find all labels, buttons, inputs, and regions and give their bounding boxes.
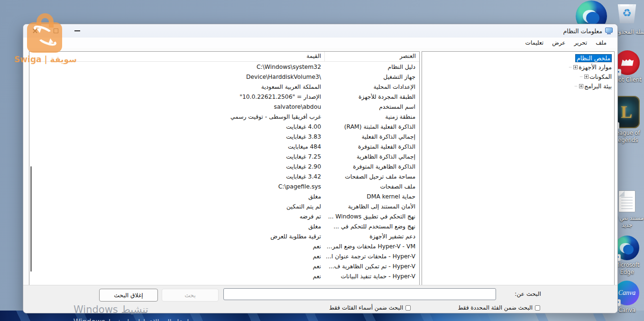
menu-item[interactable]: عرض (548, 39, 570, 46)
close-button[interactable] (32, 28, 38, 34)
row-item: نهج وضع المستخدم للتحكم في ... (324, 223, 419, 230)
table-row[interactable]: الذاكرة الفعلية المتوفرة ‎484 ميغابايت (29, 142, 419, 151)
table-row[interactable]: ملف الصفحات C:\pagefile.sys (29, 181, 419, 191)
row-value: ترقية مطلوبة للعرض (29, 233, 324, 240)
close-find-button[interactable]: إغلاق البحث (99, 289, 158, 302)
row-item: جهاز التشغيل (324, 74, 419, 80)
maximize-button[interactable] (54, 28, 58, 33)
table-row[interactable]: Hyper-V - تم تمكين الظاهرية ف... نعم (29, 261, 419, 271)
table-row[interactable]: نهج التحكم في تطبيق Windows ... تم فرضه (29, 211, 419, 221)
column-header-value[interactable]: القيمة (29, 52, 324, 61)
menubar: ملفتحريرعرضتعليمات (23, 38, 617, 48)
row-value: ‎4.00 غيغابايت (29, 123, 324, 130)
table-row[interactable]: إجمالي الذاكرة الفعلية ‎3.83 غيغابايت (29, 132, 419, 142)
recycle-bin-icon: ♻ (617, 4, 637, 23)
find-what-label: البحث عن: (515, 291, 541, 297)
row-item: نهج التحكم في تطبيق Windows ... (324, 213, 419, 220)
row-value: نعم (29, 243, 324, 250)
menu-item[interactable]: تحرير (570, 39, 592, 46)
table-row[interactable]: مساحة ملف ترحيل الصفحات ‎3.42 غيغابايت (29, 171, 419, 181)
tree-item[interactable]: المكونات (424, 72, 612, 81)
row-value: C:\Windows\system32 (29, 64, 324, 70)
expand-plus-icon[interactable] (579, 84, 583, 88)
table-row[interactable]: جهاز التشغيل \Device\HarddiskVolume3 (29, 72, 419, 82)
row-value: ‎484 ميغابايت (29, 143, 324, 150)
row-item: إجمالي الذاكرة الظاهرية (324, 153, 419, 160)
row-value: salvatore\abdou (29, 104, 324, 110)
row-item: اسم المستخدم (324, 104, 419, 110)
row-item: منطقة زمنية (324, 113, 419, 120)
table-row[interactable]: اسم المستخدم salvatore\abdou (29, 102, 419, 112)
row-item: دعم تشفير الأجهزة (324, 233, 419, 240)
table-row[interactable]: الطبقة المجردة للأجهزة الإصدار = "10.0.2… (29, 92, 419, 102)
table-row[interactable]: منطقة زمنية غرب أفريقيا الوسطى - توقيت ر… (29, 112, 419, 122)
table-row[interactable]: حماية DMA kernel مغلق (29, 191, 419, 201)
minimize-button[interactable] (74, 30, 80, 31)
vertical-scrollbar-thumb[interactable] (30, 166, 32, 272)
table-row[interactable]: الإعدادات المحلية المملكة العربية السعود… (29, 82, 419, 92)
table-row[interactable]: دليل النظام C:\Windows\system32 (29, 62, 419, 72)
menu-item[interactable]: تعليمات (521, 39, 548, 46)
row-value: ‎2.90 غيغابايت (29, 163, 324, 170)
row-value: نعم (29, 273, 324, 280)
checkbox-icon[interactable] (535, 305, 540, 311)
row-item: الطبقة المجردة للأجهزة (324, 94, 419, 100)
row-item: الإعدادات المحلية (324, 84, 419, 90)
checkbox-selected-category[interactable]: البحث ضمن الفئة المحددة فقط (458, 304, 540, 311)
find-input[interactable] (223, 288, 496, 300)
row-value: لم يتم التمكين (29, 203, 324, 210)
table-row[interactable]: الذاكرة الظاهرية المتوفرة ‎2.90 غيغابايت (29, 161, 419, 171)
text-document-icon (618, 190, 635, 212)
checkbox-label: البحث ضمن الفئة المحددة فقط (458, 304, 533, 311)
table-row[interactable]: Hyper-V - ملحقات ترجمة عنوان ا... نعم (29, 251, 419, 261)
row-value: غرب أفريقيا الوسطى - توقيت رسمي (29, 113, 324, 120)
row-item: مساحة ملف ترحيل الصفحات (324, 173, 419, 180)
find-bar: البحث عن: بحث إغلاق البحث البحث ضمن الفئ… (23, 285, 617, 313)
expand-plus-icon[interactable] (584, 75, 589, 79)
checkbox-icon[interactable] (405, 305, 411, 311)
row-item: Hyper-V - حماية تنفيذ البيانات (324, 273, 419, 280)
window-title: معلومات النظام (563, 28, 602, 35)
row-value: مغلق (29, 193, 324, 200)
desktop: { "window": { "title": "معلومات النظام",… (0, 0, 644, 321)
tree-item[interactable]: بيئة البرامج (424, 81, 612, 91)
menu-item[interactable]: ملف (591, 39, 611, 46)
find-button[interactable]: بحث (162, 289, 219, 302)
list-body: دليل النظام C:\Windows\system32 جهاز الت… (29, 62, 419, 281)
row-value: المملكة العربية السعودية (29, 84, 324, 90)
row-item: حماية DMA kernel (324, 193, 419, 200)
expand-plus-icon[interactable] (573, 65, 578, 69)
row-value: \Device\HarddiskVolume3 (29, 74, 324, 80)
table-row[interactable]: إجمالي الذاكرة الظاهرية ‎7.25 غيغابايت (29, 151, 419, 161)
checkbox-label: البحث ضمن أسماء الفئات فقط (329, 304, 403, 311)
table-row[interactable]: Hyper-V - حماية تنفيذ البيانات نعم (29, 271, 419, 281)
table-row[interactable]: الذاكرة الفعلية المثبتة (RAM) ‎4.00 غيغا… (29, 122, 419, 132)
row-value: نعم (29, 253, 324, 260)
row-value: الإصدار = "10.0.22621.2506" (29, 94, 324, 100)
row-item: دليل النظام (324, 64, 419, 70)
row-item: الذاكرة الظاهرية المتوفرة (324, 163, 419, 170)
row-value: تم فرضه (29, 213, 324, 220)
row-item: Hyper-V - VM ملحقات وضع المر... (324, 243, 419, 250)
details-list-panel: العنصر القيمة دليل النظام C:\Windows\sys… (29, 51, 420, 286)
table-row[interactable]: الأمان المستند إلى الظاهرية لم يتم التمك… (29, 201, 419, 211)
row-value: ‎3.42 غيغابايت (29, 173, 324, 180)
tree-item-system-summary[interactable]: ملخص النظام (575, 54, 612, 62)
checkbox-category-names[interactable]: البحث ضمن أسماء الفئات فقط (329, 304, 411, 311)
row-item: الأمان المستند إلى الظاهرية (324, 203, 419, 210)
msinfo-app-icon (605, 28, 613, 34)
table-row[interactable]: نهج وضع المستخدم للتحكم في ... مغلق (29, 221, 419, 231)
titlebar: معلومات النظام (23, 24, 617, 38)
row-item: Hyper-V - تم تمكين الظاهرية ف... (324, 263, 419, 270)
row-item: الذاكرة الفعلية المتوفرة (324, 143, 419, 150)
system-info-window: معلومات النظام ملفتحريرعرضتعليمات ملخص ا… (23, 24, 618, 313)
tree-item[interactable]: موارد الأجهزة (424, 62, 612, 72)
row-item: إجمالي الذاكرة الفعلية (324, 133, 419, 140)
tree-children: موارد الأجهزة المكونات بيئة البرامج (424, 62, 612, 91)
column-header-item[interactable]: العنصر (324, 52, 419, 61)
recycle-symbol-icon: ♻ (622, 7, 632, 19)
row-item: الذاكرة الفعلية المثبتة (RAM) (324, 123, 419, 130)
table-row[interactable]: Hyper-V - VM ملحقات وضع المر... نعم (29, 241, 419, 251)
table-row[interactable]: دعم تشفير الأجهزة ترقية مطلوبة للعرض (29, 231, 419, 241)
row-value: نعم (29, 263, 324, 270)
